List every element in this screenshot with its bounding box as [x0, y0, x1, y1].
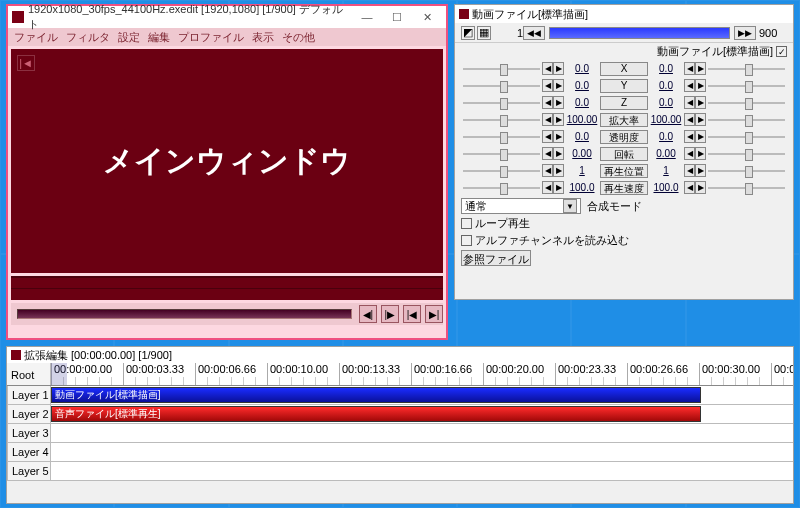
param-slider-right[interactable] — [706, 114, 787, 126]
param-value-left[interactable]: 0.0 — [564, 63, 600, 74]
menu-edit[interactable]: 編集 — [148, 30, 170, 44]
step-inc-icon[interactable]: ▶ — [553, 113, 564, 126]
enable-check[interactable]: ✓ — [776, 46, 787, 57]
layer-label[interactable]: Layer 2 — [7, 405, 51, 424]
param-value-right[interactable]: 0.0 — [648, 80, 684, 91]
param-slider-right[interactable] — [706, 182, 787, 194]
param-button[interactable]: X — [600, 62, 648, 76]
layer-label[interactable]: Layer 3 — [7, 424, 51, 443]
step-inc-icon[interactable]: ▶ — [695, 130, 706, 143]
timeline-titlebar[interactable]: 拡張編集 [00:00:00.00] [1/900] — [7, 347, 793, 363]
step-inc-icon[interactable]: ▶ — [695, 96, 706, 109]
param-slider-left[interactable] — [461, 97, 542, 109]
step-dec-icon[interactable]: ◀ — [684, 147, 695, 160]
param-slider-right[interactable] — [706, 63, 787, 75]
param-value-right[interactable]: 0.00 — [648, 148, 684, 159]
param-value-left[interactable]: 0.0 — [564, 131, 600, 142]
param-value-left[interactable]: 0.0 — [564, 80, 600, 91]
param-slider-right[interactable] — [706, 97, 787, 109]
param-slider-left[interactable] — [461, 182, 542, 194]
frame-track[interactable] — [549, 27, 730, 39]
param-value-right[interactable]: 100.0 — [648, 182, 684, 193]
menu-settings[interactable]: 設定 — [118, 30, 140, 44]
param-slider-left[interactable] — [461, 165, 542, 177]
menu-file[interactable]: ファイル — [14, 30, 58, 44]
param-value-right[interactable]: 0.0 — [648, 97, 684, 108]
step-dec-icon[interactable]: ◀ — [542, 79, 553, 92]
step-dec-icon[interactable]: ◀ — [684, 164, 695, 177]
param-value-left[interactable]: 0.0 — [564, 97, 600, 108]
param-slider-left[interactable] — [461, 80, 542, 92]
param-slider-left[interactable] — [461, 63, 542, 75]
step-dec-icon[interactable]: ◀ — [542, 147, 553, 160]
param-slider-left[interactable] — [461, 148, 542, 160]
menu-profile[interactable]: プロファイル — [178, 30, 244, 44]
param-button[interactable]: 回転 — [600, 147, 648, 161]
layer-track[interactable]: 動画ファイル[標準描画] — [51, 386, 793, 405]
audio-clip[interactable]: 音声ファイル[標準再生] — [51, 406, 701, 422]
step-dec-icon[interactable]: ◀ — [684, 181, 695, 194]
blend-dropdown[interactable]: 通常 ▼ — [461, 198, 581, 214]
param-slider-right[interactable] — [706, 165, 787, 177]
menu-view[interactable]: 表示 — [252, 30, 274, 44]
maximize-button[interactable]: ☐ — [382, 8, 412, 26]
layer-track[interactable] — [51, 462, 793, 481]
step-dec-icon[interactable]: ◀ — [542, 96, 553, 109]
param-slider-left[interactable] — [461, 131, 542, 143]
param-button[interactable]: Z — [600, 96, 648, 110]
param-slider-left[interactable] — [461, 114, 542, 126]
seek-last-icon[interactable]: ▶| — [425, 305, 443, 323]
param-value-right[interactable]: 0.0 — [648, 63, 684, 74]
step-dec-icon[interactable]: ◀ — [542, 62, 553, 75]
step-inc-icon[interactable]: ▶ — [553, 62, 564, 75]
step-inc-icon[interactable]: ▶ — [695, 113, 706, 126]
step-dec-icon[interactable]: ◀ — [542, 130, 553, 143]
layer-label[interactable]: Layer 5 — [7, 462, 51, 481]
layer-track[interactable]: 音声ファイル[標準再生] — [51, 405, 793, 424]
step-inc-icon[interactable]: ▶ — [695, 147, 706, 160]
layer-label[interactable]: Layer 1 — [7, 386, 51, 405]
step-dec-icon[interactable]: ◀ — [684, 79, 695, 92]
step-inc-icon[interactable]: ▶ — [553, 79, 564, 92]
step-inc-icon[interactable]: ▶ — [695, 164, 706, 177]
align-tl-icon[interactable]: ◩ — [461, 26, 475, 40]
timeline-ruler[interactable]: Root 00:00:00.0000:00:03.3300:00:06.6600… — [7, 363, 793, 386]
step-dec-icon[interactable]: ◀ — [542, 181, 553, 194]
param-button[interactable]: 再生速度 — [600, 181, 648, 195]
video-clip[interactable]: 動画ファイル[標準描画] — [51, 387, 701, 403]
step-inc-icon[interactable]: ▶ — [553, 164, 564, 177]
step-inc-icon[interactable]: ▶ — [695, 181, 706, 194]
param-value-left[interactable]: 0.00 — [564, 148, 600, 159]
minimize-button[interactable]: — — [352, 8, 382, 26]
param-value-left[interactable]: 100.00 — [564, 114, 600, 125]
seek-play-icon[interactable]: |▶ — [381, 305, 399, 323]
step-dec-icon[interactable]: ◀ — [684, 130, 695, 143]
step-dec-icon[interactable]: ◀ — [684, 113, 695, 126]
ref-file-button[interactable]: 参照ファイル — [461, 250, 531, 266]
layer-track[interactable] — [51, 424, 793, 443]
root-label[interactable]: Root — [7, 363, 51, 386]
param-value-right[interactable]: 0.0 — [648, 131, 684, 142]
step-inc-icon[interactable]: ▶ — [695, 79, 706, 92]
seek-first-icon[interactable]: |◀ — [403, 305, 421, 323]
step-dec-icon[interactable]: ◀ — [684, 96, 695, 109]
align-grid-icon[interactable]: ▦ — [477, 26, 491, 40]
menu-filter[interactable]: フィルタ — [66, 30, 110, 44]
param-value-right[interactable]: 1 — [648, 165, 684, 176]
param-button[interactable]: 透明度 — [600, 130, 648, 144]
layer-label[interactable]: Layer 4 — [7, 443, 51, 462]
param-slider-right[interactable] — [706, 148, 787, 160]
param-button[interactable]: Y — [600, 79, 648, 93]
step-inc-icon[interactable]: ▶ — [553, 96, 564, 109]
step-dec-icon[interactable]: ◀ — [684, 62, 695, 75]
step-dec-icon[interactable]: ◀ — [542, 164, 553, 177]
step-inc-icon[interactable]: ▶ — [553, 147, 564, 160]
close-button[interactable]: ✕ — [412, 8, 442, 26]
menu-other[interactable]: その他 — [282, 30, 315, 44]
param-value-right[interactable]: 100.00 — [648, 114, 684, 125]
frame-fwd-button[interactable]: ▶▶ — [734, 26, 756, 40]
param-button[interactable]: 拡大率 — [600, 113, 648, 127]
step-inc-icon[interactable]: ▶ — [695, 62, 706, 75]
layer-track[interactable] — [51, 443, 793, 462]
seek-prev-icon[interactable]: ◀| — [359, 305, 377, 323]
